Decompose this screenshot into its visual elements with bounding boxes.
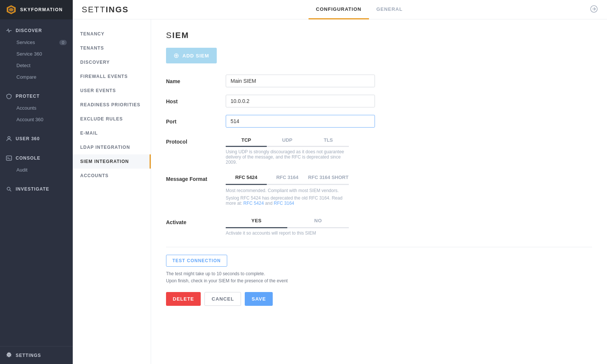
cancel-button[interactable]: CANCEL: [204, 292, 241, 306]
nav-siem[interactable]: SIEM INTEGRATION: [73, 154, 151, 169]
svg-point-6: [7, 187, 10, 190]
topbar-tabs: CONFIGURATION GENERAL: [309, 0, 410, 19]
act-options: YES NO: [226, 216, 349, 226]
port-control: [226, 115, 375, 128]
main-content: SETTINGS CONFIGURATION GENERAL TENANCY: [73, 0, 607, 364]
sidebar-section-investigate: INVESTIGATE: [0, 178, 73, 197]
terminal-icon: [6, 155, 12, 161]
message-format-label: Message Format: [166, 172, 226, 182]
port-label: Port: [166, 115, 226, 125]
sidebar-section-header-protect[interactable]: PROTECT: [0, 90, 73, 102]
nav-firewall-events[interactable]: FIREWALL EVENTS: [73, 69, 151, 84]
topbar: SETTINGS CONFIGURATION GENERAL: [73, 0, 607, 19]
activate-option-yes[interactable]: YES: [226, 216, 287, 226]
protocol-option-tcp[interactable]: TCP: [226, 135, 267, 145]
sidebar-logo: SKYFORMATION: [0, 0, 73, 19]
user360-label: USER 360: [16, 136, 40, 141]
content-area: TENANCY TENANTS DISCOVERY FIREWALL EVENT…: [73, 19, 607, 364]
sidebar-item-accounts[interactable]: Accounts: [0, 102, 73, 114]
delete-button[interactable]: DELETE: [166, 292, 201, 306]
mf-link-rfc3164[interactable]: RFC 3164: [274, 201, 294, 206]
svg-line-7: [10, 190, 11, 191]
mf-option-rfc3164short[interactable]: RFC 3164 SHORT: [308, 172, 349, 182]
protocol-note: Using UDP is strongly discouraged as it …: [226, 149, 349, 165]
name-input[interactable]: [226, 75, 375, 87]
host-control: [226, 95, 375, 107]
protocol-label: Protocol: [166, 135, 226, 145]
services-badge: 0: [59, 40, 67, 45]
nav-tenants[interactable]: TENANTS: [73, 41, 151, 55]
form-row-activate: Activate YES NO Activate it so accounts …: [166, 216, 592, 236]
nav-tenancy[interactable]: TENANCY: [73, 27, 151, 41]
nav-exclude-rules[interactable]: EXCLUDE RULES: [73, 112, 151, 126]
tab-configuration[interactable]: CONFIGURATION: [309, 0, 369, 19]
sidebar-section-header-console[interactable]: CONSOLE: [0, 152, 73, 164]
nav-user-events[interactable]: USER EVENTS: [73, 84, 151, 98]
protocol-indicator: [226, 146, 267, 147]
mf-link-rfc5424[interactable]: RFC 5424: [243, 201, 264, 206]
activate-control: YES NO Activate it so accounts will repo…: [226, 216, 349, 236]
sidebar-bottom: SETTINGS: [0, 346, 73, 364]
nav-accounts[interactable]: ACCOUNTS: [73, 169, 151, 183]
add-siem-button[interactable]: ⊕ ADD SIEM: [166, 48, 217, 63]
act-note: Activate it so accounts will report to t…: [226, 230, 349, 236]
user-icon: [6, 136, 12, 142]
mf-option-rfc5424[interactable]: RFC 5424: [226, 172, 267, 182]
host-input[interactable]: [226, 95, 375, 107]
form-row-host: Host: [166, 95, 592, 107]
activate-option-no[interactable]: NO: [287, 216, 349, 226]
sidebar-section-console: CONSOLE Audit: [0, 147, 73, 178]
activate-label: Activate: [166, 216, 226, 225]
tab-general[interactable]: GENERAL: [369, 0, 410, 19]
gear-icon: [6, 352, 12, 359]
sidebar-settings[interactable]: SETTINGS: [0, 346, 73, 364]
siem-title: SIEM: [166, 31, 592, 40]
form-row-message-format: Message Format RFC 5424 RFC 3164 RFC 316…: [166, 172, 592, 208]
nav-ldap[interactable]: LDAP INTEGRATION: [73, 140, 151, 154]
sidebar-item-account360[interactable]: Account 360: [0, 114, 73, 125]
protocol-options: TCP UDP TLS: [226, 135, 349, 145]
sidebar-section-discover: DISCOVER Services 0 Service 360 Detect C…: [0, 19, 73, 85]
sidebar-section-header-user360[interactable]: USER 360: [0, 133, 73, 145]
mf-note2: Syslog RFC 5424 has deprecated the old R…: [226, 195, 349, 206]
sidebar-item-detect[interactable]: Detect: [0, 60, 73, 71]
action-section: TEST CONNECTION The test might take up t…: [166, 247, 592, 306]
topbar-right: [590, 5, 598, 15]
act-track: [226, 227, 349, 228]
form-row-protocol: Protocol TCP UDP TLS: [166, 135, 592, 165]
mf-option-rfc3164[interactable]: RFC 3164: [267, 172, 308, 182]
protocol-track: [226, 146, 349, 147]
sidebar-item-service360[interactable]: Service 360: [0, 48, 73, 60]
skyformation-logo-icon: [6, 4, 16, 15]
settings-label: SETTINGS: [16, 353, 41, 358]
sidebar-section-header-discover[interactable]: DISCOVER: [0, 25, 73, 37]
left-nav: TENANCY TENANTS DISCOVERY FIREWALL EVENT…: [73, 19, 151, 364]
sidebar-section-header-investigate[interactable]: INVESTIGATE: [0, 183, 73, 195]
name-label: Name: [166, 75, 226, 84]
console-label: CONSOLE: [16, 156, 40, 161]
save-button[interactable]: SAVE: [245, 292, 272, 306]
discover-label: DISCOVER: [16, 28, 42, 33]
protocol-option-udp[interactable]: UDP: [267, 135, 308, 145]
sidebar-section-protect: PROTECT Accounts Account 360: [0, 85, 73, 128]
logo-text: SKYFORMATION: [20, 7, 63, 12]
form-row-name: Name: [166, 75, 592, 87]
test-connection-button[interactable]: TEST CONNECTION: [166, 255, 227, 267]
sidebar-item-audit[interactable]: Audit: [0, 164, 73, 176]
siem-panel: SIEM ⊕ ADD SIEM Name Host: [151, 19, 607, 364]
mf-note1: Most recommended. Compliant with most SI…: [226, 188, 349, 193]
shield-icon: [6, 93, 12, 99]
mf-indicator: [226, 184, 267, 185]
nav-email[interactable]: E-MAIL: [73, 126, 151, 140]
pulse-icon: [6, 28, 12, 34]
act-indicator: [226, 227, 287, 228]
nav-discovery[interactable]: DISCOVERY: [73, 55, 151, 69]
nav-readiness-priorities[interactable]: READINESS PRIORITIES: [73, 98, 151, 112]
sidebar-item-compare[interactable]: Compare: [0, 71, 73, 83]
svg-point-3: [8, 136, 10, 139]
logout-icon[interactable]: [590, 5, 598, 15]
sidebar-item-services[interactable]: Services 0: [0, 37, 73, 48]
sidebar: SKYFORMATION DISCOVER Services 0 Service…: [0, 0, 73, 364]
port-input[interactable]: [226, 115, 375, 128]
protocol-option-tls[interactable]: TLS: [308, 135, 349, 145]
